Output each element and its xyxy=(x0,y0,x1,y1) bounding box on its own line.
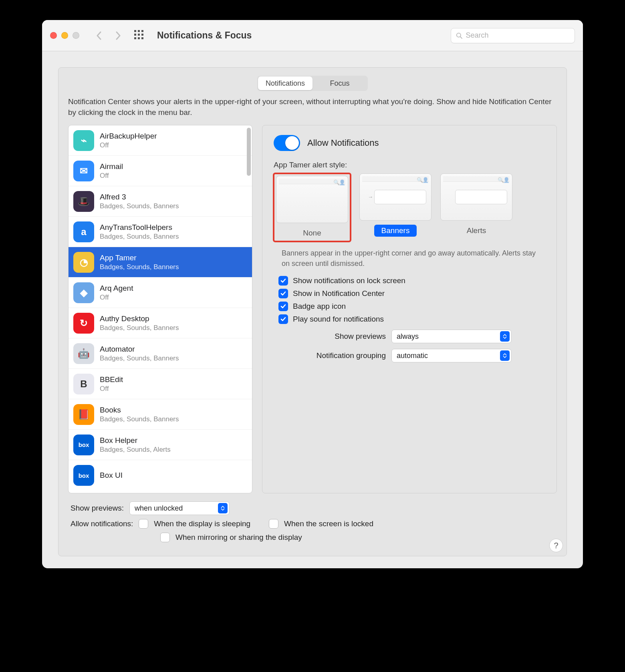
global-allow-notifications-label: Allow notifications: xyxy=(71,519,133,528)
app-row[interactable]: ◔App TamerBadges, Sounds, Banners xyxy=(69,247,252,278)
check-screen-locked-label: When the screen is locked xyxy=(284,519,373,528)
app-detail-panel: Allow Notifications App Tamer alert styl… xyxy=(262,125,557,493)
app-name: App Tamer xyxy=(100,253,179,263)
select-arrows-icon xyxy=(218,503,228,513)
tab-focus[interactable]: Focus xyxy=(312,76,367,90)
app-row[interactable]: BBBEditOff xyxy=(69,369,252,399)
help-button[interactable]: ? xyxy=(549,539,563,552)
alert-style-none[interactable]: 🔍👤 None xyxy=(274,173,351,241)
show-previews-select[interactable]: always xyxy=(391,330,512,343)
alert-style-alerts[interactable]: 🔍👤 Alerts xyxy=(440,173,512,241)
app-row[interactable]: ✉AirmailOff xyxy=(69,156,252,186)
chevron-left-icon xyxy=(96,31,102,40)
app-row[interactable]: 🤖AutomatorBadges, Sounds, Banners xyxy=(69,338,252,369)
global-show-previews-select[interactable]: when unlocked xyxy=(129,501,230,515)
check-display-sleeping[interactable] xyxy=(139,519,148,529)
checkbox-checked-icon xyxy=(278,302,288,311)
check-play-sound[interactable]: Play sound for notifications xyxy=(278,314,545,324)
app-row[interactable]: ⌁AirBackupHelperOff xyxy=(69,125,252,156)
svg-rect-6 xyxy=(134,37,136,39)
app-subtitle: Badges, Sounds, Banners xyxy=(100,415,179,423)
chevron-right-icon xyxy=(115,31,121,40)
app-row[interactable]: boxBox HelperBadges, Sounds, Alerts xyxy=(69,430,252,460)
window-controls xyxy=(50,32,79,39)
checkbox-checked-icon xyxy=(278,289,288,298)
checkbox-checked-icon xyxy=(278,276,288,286)
forward-button[interactable] xyxy=(111,29,125,42)
app-row[interactable]: 📕BooksBadges, Sounds, Banners xyxy=(69,399,252,430)
inner-panel: Notifications Focus Notification Center … xyxy=(58,67,567,556)
minimize-button[interactable] xyxy=(61,32,68,39)
alert-style-banners-thumb: 🔍👤 → xyxy=(359,173,431,221)
app-row[interactable]: 🎩Alfred 3Badges, Sounds, Banners xyxy=(69,186,252,217)
app-subtitle: Badges, Sounds, Banners xyxy=(100,232,179,241)
app-row[interactable]: boxBox UI xyxy=(69,460,252,491)
check-display-sleeping-label: When the display is sleeping xyxy=(154,519,250,528)
check-screen-locked[interactable] xyxy=(269,519,278,529)
app-row[interactable]: ◆Arq AgentOff xyxy=(69,278,252,308)
show-all-button[interactable] xyxy=(134,30,144,41)
alert-style-banners[interactable]: 🔍👤 → Banners xyxy=(359,173,431,241)
notification-grouping-select[interactable]: automatic xyxy=(391,349,512,362)
check-lock-screen[interactable]: Show notifications on lock screen xyxy=(278,276,545,286)
app-list: ⌁AirBackupHelperOff✉AirmailOff🎩Alfred 3B… xyxy=(68,125,252,493)
content-area: Notifications Focus Notification Center … xyxy=(42,51,583,568)
app-subtitle: Badges, Sounds, Banners xyxy=(100,324,179,332)
app-row[interactable]: ↻Authy DesktopBadges, Sounds, Banners xyxy=(69,308,252,338)
app-name: AirBackupHelper xyxy=(100,131,157,141)
svg-rect-5 xyxy=(141,34,143,36)
close-button[interactable] xyxy=(50,32,57,39)
app-icon: box xyxy=(73,465,94,486)
check-notification-center[interactable]: Show in Notification Center xyxy=(278,289,545,298)
app-name: Box Helper xyxy=(100,436,171,445)
app-icon: 📕 xyxy=(73,404,94,425)
allow-notifications-label: Allow Notifications xyxy=(307,138,379,148)
select-arrows-icon xyxy=(500,350,510,361)
back-button[interactable] xyxy=(92,29,106,42)
app-subtitle: Off xyxy=(100,293,133,302)
app-subtitle: Badges, Sounds, Banners xyxy=(100,354,179,362)
search-icon xyxy=(456,32,462,39)
alert-style-description: Banners appear in the upper-right corner… xyxy=(282,248,545,269)
app-icon: ⌁ xyxy=(73,130,94,151)
app-subtitle: Badges, Sounds, Banners xyxy=(100,263,179,271)
app-subtitle: Off xyxy=(100,141,157,149)
global-show-previews-label: Show previews: xyxy=(71,504,124,513)
scrollbar[interactable] xyxy=(247,128,251,176)
allow-notifications-toggle[interactable] xyxy=(274,135,300,151)
svg-rect-0 xyxy=(134,30,136,32)
app-icon: 🤖 xyxy=(73,343,94,364)
preferences-window: Notifications & Focus Notifications Focu… xyxy=(42,20,583,568)
app-icon: ↻ xyxy=(73,313,94,334)
app-icon: ✉ xyxy=(73,161,94,181)
svg-rect-3 xyxy=(134,34,136,36)
tab-control: Notifications Focus xyxy=(257,76,368,91)
svg-rect-7 xyxy=(138,37,140,39)
grid-icon xyxy=(134,30,144,40)
app-name: Box UI xyxy=(100,471,123,480)
titlebar: Notifications & Focus xyxy=(42,20,583,51)
svg-rect-1 xyxy=(138,30,140,32)
bottom-controls: Show previews: when unlocked Allow notif… xyxy=(68,501,557,542)
check-mirroring[interactable] xyxy=(160,533,170,542)
alert-style-banners-label: Banners xyxy=(374,225,417,237)
svg-line-10 xyxy=(460,36,462,38)
app-name: AnyTransToolHelpers xyxy=(100,223,179,232)
app-row[interactable]: aAnyTransToolHelpersBadges, Sounds, Bann… xyxy=(69,217,252,247)
app-icon: 🎩 xyxy=(73,191,94,212)
app-icon: ◆ xyxy=(73,282,94,303)
app-icon: box xyxy=(73,435,94,455)
checkbox-checked-icon xyxy=(278,314,288,324)
svg-rect-4 xyxy=(138,34,140,36)
app-name: BBEdit xyxy=(100,375,123,384)
check-badge-icon[interactable]: Badge app icon xyxy=(278,302,545,311)
app-name: Authy Desktop xyxy=(100,314,179,324)
app-name: Airmail xyxy=(100,162,123,171)
search-field[interactable] xyxy=(451,28,575,43)
search-input[interactable] xyxy=(466,31,570,40)
zoom-button[interactable] xyxy=(73,32,79,39)
notification-grouping-label: Notification grouping xyxy=(298,351,386,360)
app-subtitle: Badges, Sounds, Banners xyxy=(100,202,179,210)
app-name: Alfred 3 xyxy=(100,192,179,202)
tab-notifications[interactable]: Notifications xyxy=(258,76,312,90)
